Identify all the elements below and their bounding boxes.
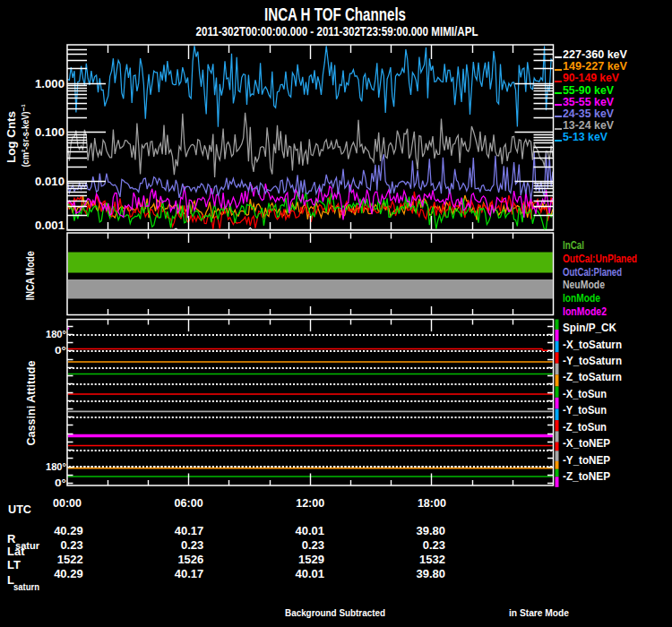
svg-text:OutCal:UnPlaned: OutCal:UnPlaned (563, 252, 637, 265)
svg-text:0.010: 0.010 (35, 176, 65, 188)
svg-text:Lat: Lat (7, 545, 25, 558)
svg-text:2011-302T00:00:00.000 - 2011-3: 2011-302T00:00:00.000 - 2011-302T23:59:0… (196, 23, 478, 39)
svg-text:0°: 0° (55, 477, 66, 488)
svg-text:39.80: 39.80 (416, 567, 445, 580)
svg-text:0.23: 0.23 (423, 538, 445, 552)
svg-text:06:00: 06:00 (175, 497, 203, 510)
svg-text:-X_toSaturn: -X_toSaturn (563, 338, 622, 351)
svg-text:0.23: 0.23 (181, 538, 203, 552)
svg-text:40.17: 40.17 (175, 567, 204, 580)
svg-text:1529: 1529 (298, 553, 324, 566)
svg-text:0°: 0° (55, 345, 66, 356)
svg-text:-X_toSun: -X_toSun (563, 387, 607, 400)
svg-text:INCA Mode: INCA Mode (25, 251, 38, 300)
svg-text:0.001: 0.001 (35, 219, 65, 232)
svg-text:-Y_toNEP: -Y_toNEP (563, 453, 610, 467)
svg-text:NeuMode: NeuMode (563, 278, 605, 291)
svg-text:1.000: 1.000 (35, 78, 65, 90)
svg-text:-Y_toSun: -Y_toSun (563, 403, 607, 417)
svg-text:12:00: 12:00 (296, 497, 324, 510)
svg-text:Spin/P_CK: Spin/P_CK (563, 321, 617, 334)
svg-text:-Y_toSaturn: -Y_toSaturn (563, 354, 622, 367)
svg-text:39.80: 39.80 (416, 524, 445, 537)
svg-text:40.01: 40.01 (295, 524, 324, 537)
svg-text:Cassini Attitude: Cassini Attitude (25, 360, 38, 445)
svg-text:-Z_toSaturn: -Z_toSaturn (563, 370, 622, 383)
svg-text:saturn: saturn (13, 582, 39, 592)
svg-text:18:00: 18:00 (418, 497, 446, 510)
svg-text:0.23: 0.23 (302, 538, 324, 552)
svg-text:1522: 1522 (57, 553, 83, 566)
svg-text:LT: LT (7, 558, 21, 571)
svg-text:OutCal:Planed: OutCal:Planed (563, 265, 622, 279)
svg-text:Background Subtracted: Background Subtracted (285, 607, 385, 618)
svg-text:0.23: 0.23 (60, 538, 82, 552)
svg-text:5-13 keV: 5-13 keV (563, 130, 607, 143)
svg-text:IonMode2: IonMode2 (563, 305, 607, 318)
svg-text:-Z_toSun: -Z_toSun (563, 420, 607, 434)
svg-text:INCA H TOF Channels: INCA H TOF Channels (264, 4, 406, 24)
svg-text:IonMode: IonMode (563, 291, 600, 305)
svg-text:00:00: 00:00 (53, 497, 82, 510)
svg-text:40.01: 40.01 (295, 567, 324, 580)
svg-text:40.29: 40.29 (54, 524, 83, 537)
svg-text:InCal: InCal (563, 238, 584, 252)
svg-text:-Z_toNEP: -Z_toNEP (563, 469, 610, 483)
svg-text:180°: 180° (46, 329, 66, 339)
svg-text:40.29: 40.29 (54, 567, 83, 580)
svg-text:0.100: 0.100 (35, 126, 65, 139)
svg-text:Log Cnts: Log Cnts (4, 111, 18, 163)
svg-text:-X_toNEP: -X_toNEP (563, 436, 610, 450)
svg-text:in Stare Mode: in Stare Mode (509, 607, 569, 618)
svg-text:1532: 1532 (419, 553, 445, 566)
svg-text:180°: 180° (46, 461, 66, 472)
svg-text:40.17: 40.17 (175, 524, 204, 537)
svg-text:(cm²-sr-s-keV)⁻¹: (cm²-sr-s-keV)⁻¹ (20, 104, 30, 167)
svg-text:1526: 1526 (177, 553, 203, 566)
svg-text:UTC: UTC (8, 502, 32, 516)
